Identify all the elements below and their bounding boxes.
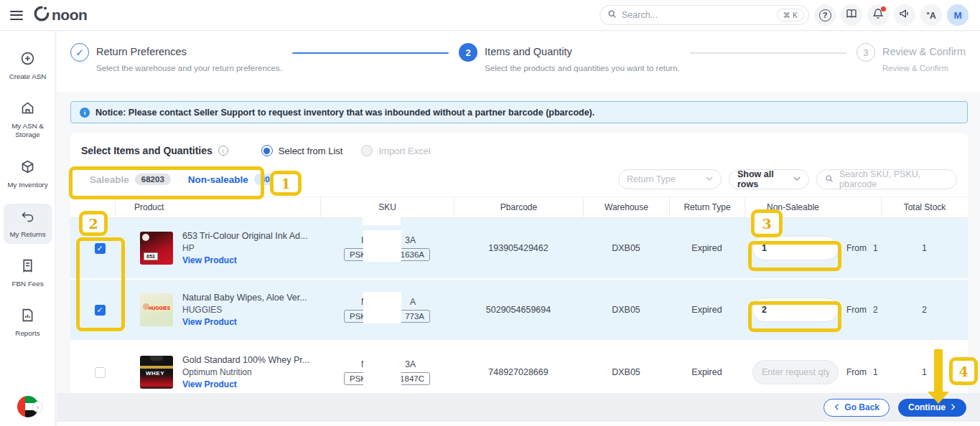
view-product-link[interactable]: View Product xyxy=(182,255,307,265)
request-qty-input-disabled[interactable] xyxy=(752,360,839,384)
translate-icon: ×A xyxy=(926,10,935,21)
row-checkbox-checked[interactable]: ✓ xyxy=(95,243,106,254)
row-checkbox-checked[interactable]: ✓ xyxy=(95,305,106,316)
info-icon: i xyxy=(80,108,90,118)
request-qty-input[interactable] xyxy=(752,298,839,322)
notifications-button[interactable] xyxy=(867,4,889,26)
sku-cell: N:A PSKU:773A xyxy=(344,297,430,323)
total-stock-value: 1 xyxy=(922,243,927,253)
product-title: Natural Baby Wipes, Aloe Ver... xyxy=(182,293,307,303)
view-product-link[interactable]: View Product xyxy=(182,317,307,327)
radio-off-icon xyxy=(361,145,373,156)
search-icon xyxy=(607,9,617,22)
step3-subtitle: Review & Confirm xyxy=(882,64,966,72)
step-connector-done xyxy=(292,52,449,54)
top-header: noon Search... ⌘ K ? ×A M xyxy=(0,0,980,31)
row-checkbox-unchecked[interactable] xyxy=(95,367,106,378)
country-selector[interactable]: › xyxy=(0,396,55,417)
main-content: ✓ Return Preferences Select the warehous… xyxy=(57,32,980,426)
noon-logo-icon xyxy=(33,5,50,25)
home-icon xyxy=(20,100,35,122)
col-non-saleable: Non-Saleable xyxy=(745,197,881,217)
notice-banner: i Notice: Please contact Seller Support … xyxy=(70,101,968,123)
from-stock: From1 xyxy=(846,243,878,253)
announcements-button[interactable] xyxy=(894,4,915,26)
product-brand: HUGGIES xyxy=(182,305,307,315)
tab-non-saleable[interactable]: Non-saleable 30393 xyxy=(179,169,299,189)
chevron-down-icon xyxy=(706,174,713,184)
table-header: Product SKU Pbarcode Warehouse Return Ty… xyxy=(70,197,968,218)
product-brand: HP xyxy=(182,243,307,253)
book-icon xyxy=(846,8,857,22)
pbarcode-value: 193905429462 xyxy=(488,243,548,253)
sidebar-item-my-inventory[interactable]: My Inventory xyxy=(4,154,52,194)
bottom-strip xyxy=(57,422,980,426)
pbarcode-value: 748927028669 xyxy=(488,367,548,377)
pbarcode-value: 5029054659694 xyxy=(486,305,551,315)
radio-on-icon xyxy=(261,145,273,156)
hamburger-menu-icon[interactable] xyxy=(10,11,23,20)
col-sku: SKU xyxy=(320,197,454,217)
report-icon xyxy=(20,308,35,329)
go-back-button[interactable]: Go Back xyxy=(823,399,890,417)
sidebar-item-my-asn-storage[interactable]: My ASN & Storage xyxy=(4,95,52,144)
product-image-baby-wipes: HUGGIES xyxy=(140,293,173,326)
return-type-value: Expired xyxy=(691,367,722,377)
product-image-hp-ink: 653 xyxy=(140,232,173,265)
redaction-box xyxy=(363,230,401,262)
col-total-stock: Total Stock xyxy=(881,197,968,217)
step3-badge: 3 xyxy=(857,43,875,62)
non-saleable-count-badge: 30393 xyxy=(254,174,290,185)
col-pbarcode: Pbarcode xyxy=(454,197,583,217)
question-icon: ? xyxy=(819,9,831,22)
product-brand: Optimum Nutrition xyxy=(182,367,309,377)
step1-subtitle: Select the warehouse and your return pre… xyxy=(96,64,282,72)
receipt-icon xyxy=(20,258,35,280)
request-qty-input[interactable] xyxy=(752,236,839,260)
noon-logo[interactable]: noon xyxy=(33,5,87,25)
step-review-confirm: 3 Review & Confirm Review & Confirm xyxy=(857,43,966,92)
help-button[interactable]: ? xyxy=(814,4,836,26)
step-items-quantity: 2 Items and Quantity Select the products… xyxy=(459,43,680,92)
notice-text: Notice: Please contact Seller Support to… xyxy=(95,108,594,118)
total-stock-value: 1 xyxy=(922,367,927,377)
step2-badge: 2 xyxy=(459,43,477,62)
radio-import-excel[interactable]: Import Excel xyxy=(361,145,430,156)
user-avatar[interactable]: M xyxy=(947,4,969,26)
search-icon xyxy=(825,174,834,185)
sidebar-item-reports[interactable]: Reports xyxy=(4,303,52,343)
step3-title: Review & Confirm xyxy=(882,43,966,57)
rows-per-page-dropdown[interactable]: Show all rows xyxy=(729,169,809,189)
tab-saleable[interactable]: Saleable 68203 xyxy=(81,169,179,189)
docs-button[interactable] xyxy=(841,4,862,26)
total-stock-value: 2 xyxy=(922,305,927,315)
info-circle-icon[interactable]: i xyxy=(218,146,228,156)
annotation-arrow-shaft xyxy=(934,349,943,392)
col-return-type: Return Type xyxy=(669,197,745,217)
global-search-input[interactable]: Search... ⌘ K xyxy=(599,5,809,25)
step-connector-upcoming xyxy=(690,52,846,54)
sidebar-item-fbn-fees[interactable]: FBN Fees xyxy=(4,253,52,293)
return-type-dropdown[interactable]: Return Type xyxy=(618,169,722,189)
sidebar-item-my-returns[interactable]: My Returns xyxy=(4,204,52,244)
table-search-input[interactable]: Search SKU, PSKU, pbarcode xyxy=(816,169,957,189)
col-warehouse: Warehouse xyxy=(583,197,669,217)
chevron-right-icon: › xyxy=(32,402,43,412)
product-image-whey-protein: WHEY xyxy=(140,356,173,389)
radio-select-from-list[interactable]: Select from List xyxy=(261,145,343,156)
step-return-preferences: ✓ Return Preferences Select the warehous… xyxy=(70,43,282,92)
from-stock: From2 xyxy=(846,305,878,315)
language-button[interactable]: ×A xyxy=(920,4,942,26)
step2-subtitle: Select the products and quantities you w… xyxy=(485,64,680,72)
footer-bar: Go Back Continue xyxy=(57,393,980,422)
sidebar-item-create-asn[interactable]: Create ASN xyxy=(4,46,52,86)
search-placeholder: Search... xyxy=(622,10,777,20)
sku-cell: I3A PSKU1636A xyxy=(344,235,430,261)
noon-seller-app: noon Search... ⌘ K ? ×A M Create ASN xyxy=(0,0,980,426)
select-all-column xyxy=(70,197,115,217)
step2-title: Items and Quantity xyxy=(485,43,680,57)
view-product-link[interactable]: View Product xyxy=(182,379,309,389)
from-stock: From1 xyxy=(846,367,878,377)
table-row: ✓ 653 653 Tri-Colour Original Ink Ad... … xyxy=(70,218,968,280)
table-row: ✓ HUGGIES Natural Baby Wipes, Aloe Ver..… xyxy=(70,280,968,341)
